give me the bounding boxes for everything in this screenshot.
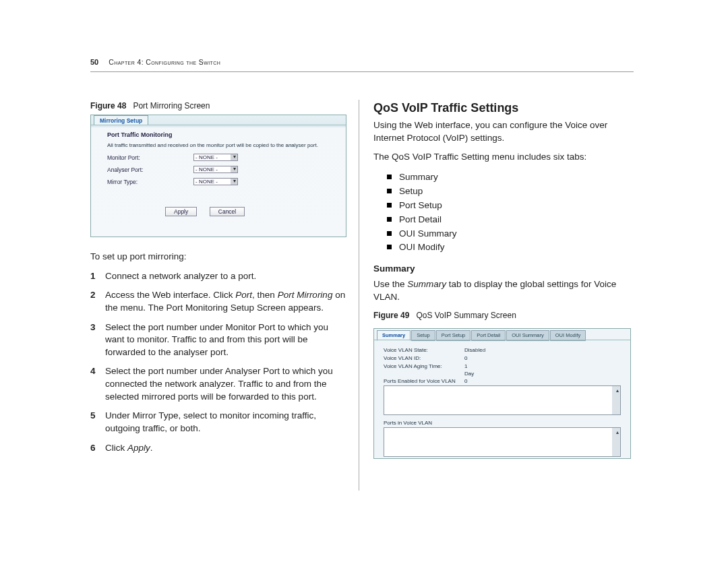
figure48-screenshot: Mirroring Setup Port Traffic Monitoring … bbox=[90, 115, 346, 237]
vlan-id-value: 0 bbox=[464, 354, 467, 362]
vlan-id-row: Voice VLAN ID: 0 bbox=[384, 354, 421, 362]
document-page: 50 Chapter 4: Configuring the Switch Fig… bbox=[0, 0, 728, 562]
figure48-label: Figure 48 bbox=[90, 101, 126, 111]
step-1: Connect a network analyzer to a port. bbox=[90, 270, 346, 283]
ports-in-vlan-listbox[interactable] bbox=[384, 427, 621, 457]
left-body: To set up port mirroring: Connect a netw… bbox=[90, 251, 346, 454]
mirroring-intro: To set up port mirroring: bbox=[90, 251, 346, 263]
tabs-item-port-setup: Port Setup bbox=[387, 199, 634, 213]
column-divider bbox=[359, 100, 359, 491]
summary-description: Use the Summary tab to display the globa… bbox=[373, 278, 634, 303]
tabs-item-port-detail: Port Detail bbox=[387, 213, 634, 227]
fig48-mirror-type-label: Mirror Type: bbox=[107, 179, 138, 185]
vlan-state-label: Voice VLAN State: bbox=[384, 347, 428, 353]
mirroring-steps: Connect a network analyzer to a port. Ac… bbox=[90, 270, 346, 455]
step-2-a: Access the Web interface. Click bbox=[105, 290, 235, 300]
summary-desc-b: Summary bbox=[407, 279, 446, 289]
right-column: QoS VoIP Traffic Settings Using the Web … bbox=[373, 101, 634, 459]
step-6-apply: Apply bbox=[127, 443, 150, 453]
ports-enabled-label: Ports Enabled for Voice VLAN bbox=[384, 377, 456, 385]
page-header: 50 Chapter 4: Configuring the Switch bbox=[90, 58, 220, 66]
step-6-c: . bbox=[150, 443, 153, 453]
tabs-item-oui-modify: OUI Modify bbox=[387, 241, 634, 255]
qos-voip-heading: QoS VoIP Traffic Settings bbox=[373, 101, 634, 115]
fig48-buttons: Apply Cancel bbox=[165, 207, 255, 216]
figure48-caption: Figure 48 Port Mirroring Screen bbox=[90, 101, 346, 111]
step-5: Under Mirror Type, select to monitor inc… bbox=[90, 410, 346, 435]
fig49-tabline bbox=[374, 340, 630, 340]
fig48-analyser-port-label: Analyser Port: bbox=[107, 166, 143, 173]
fig48-monitor-port-row: Monitor Port: - NONE - bbox=[107, 154, 140, 161]
figure49-label: Figure 49 bbox=[373, 311, 409, 320]
summary-subhead: Summary bbox=[373, 263, 634, 276]
vlan-id-label: Voice VLAN ID: bbox=[384, 355, 421, 361]
fig48-mirror-type-row: Mirror Type: - NONE - bbox=[107, 179, 138, 185]
figure49-caption: Figure 49 QoS VoIP Summary Screen bbox=[373, 310, 634, 321]
step-2-c: , then bbox=[252, 290, 278, 300]
page-number: 50 bbox=[90, 58, 98, 66]
fig48-heading: Port Traffic Monitoring bbox=[107, 131, 173, 138]
fig48-tabline bbox=[91, 125, 346, 125]
tabs-item-oui-summary: OUI Summary bbox=[387, 227, 634, 241]
chapter-title: Chapter 4: Configuring the Switch bbox=[109, 58, 220, 66]
tabs-item-setup: Setup bbox=[387, 185, 634, 199]
figure48-title: Port Mirroring Screen bbox=[133, 101, 210, 111]
step-2: Access the Web interface. Click Port, th… bbox=[90, 289, 346, 314]
monitor-port-select[interactable]: - NONE - bbox=[193, 154, 238, 161]
fig48-monitor-port-label: Monitor Port: bbox=[107, 154, 140, 161]
step-6-a: Click bbox=[105, 443, 127, 453]
qos-intro-2: The QoS VoIP Traffic Setting menu includ… bbox=[373, 151, 634, 164]
analyser-port-select[interactable]: - NONE - bbox=[193, 166, 238, 173]
fig48-tab[interactable]: Mirroring Setup bbox=[94, 115, 148, 125]
vlan-state-row: Voice VLAN State: Disabled bbox=[384, 346, 428, 354]
step-4: Select the port number under Analyser Po… bbox=[90, 365, 346, 403]
ports-enabled-listbox[interactable] bbox=[384, 385, 621, 415]
vlan-aging-row: Voice VLAN Aging Time: 1 Day 0 Hour 0 Mi… bbox=[384, 363, 442, 370]
fig48-description: All traffic transmitted and received on … bbox=[107, 142, 318, 148]
vlan-state-value: Disabled bbox=[464, 346, 485, 354]
fig48-analyser-port-row: Analyser Port: - NONE - bbox=[107, 166, 143, 173]
cancel-button[interactable]: Cancel bbox=[210, 207, 245, 216]
step-2-port-mirroring: Port Mirroring bbox=[278, 290, 333, 300]
left-column: Figure 48 Port Mirroring Screen Mirrorin… bbox=[90, 101, 346, 461]
step-6: Click Apply. bbox=[90, 442, 346, 455]
right-body: Using the Web interface, you can configu… bbox=[373, 119, 634, 459]
qos-intro-1: Using the Web interface, you can configu… bbox=[373, 119, 634, 144]
figure49-title: QoS VoIP Summary Screen bbox=[416, 311, 516, 320]
vlan-aging-label: Voice VLAN Aging Time: bbox=[384, 363, 442, 369]
figure49-screenshot: Summary Setup Port Setup Port Detail OUI… bbox=[373, 328, 631, 459]
summary-desc-a: Use the bbox=[373, 279, 407, 289]
apply-button[interactable]: Apply bbox=[165, 207, 197, 216]
step-3: Select the port number under Monitor Por… bbox=[90, 321, 346, 359]
tabs-item-summary: Summary bbox=[387, 170, 634, 185]
ports-in-vlan-label: Ports in Voice VLAN bbox=[384, 419, 432, 427]
mirror-type-select[interactable]: - NONE - bbox=[193, 178, 238, 185]
header-rule bbox=[90, 71, 634, 72]
step-2-port: Port bbox=[235, 290, 252, 300]
qos-tabs-list: Summary Setup Port Setup Port Detail OUI… bbox=[387, 170, 634, 255]
